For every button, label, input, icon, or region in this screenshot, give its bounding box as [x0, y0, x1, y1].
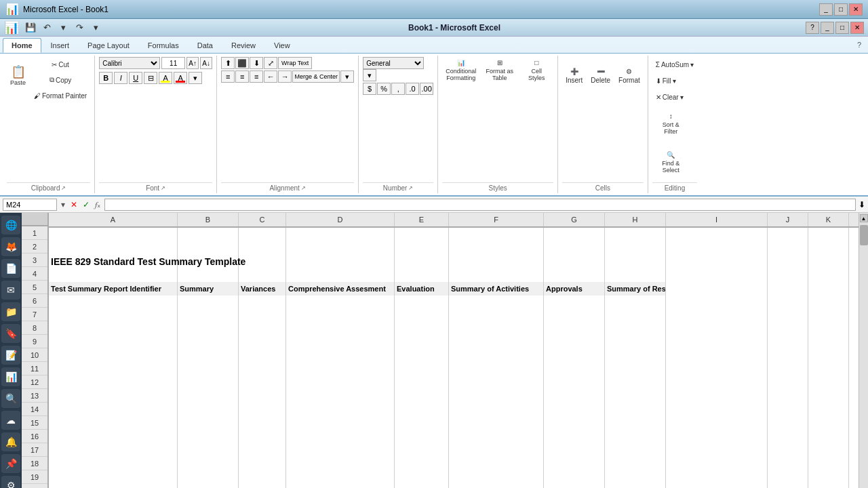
- cell-i9[interactable]: [666, 336, 768, 350]
- row-number-15[interactable]: 15: [22, 416, 47, 430]
- cell-b17[interactable]: [178, 445, 239, 458]
- cell-d11[interactable]: [286, 363, 395, 377]
- col-header-h[interactable]: H: [605, 213, 666, 226]
- cell-h5[interactable]: Summary of Results: [605, 282, 666, 296]
- cell-e19[interactable]: [395, 472, 449, 485]
- cell-g5[interactable]: Approvals: [544, 282, 605, 296]
- cell-b18[interactable]: [178, 458, 239, 472]
- cell-k4[interactable]: [808, 268, 849, 282]
- cell-c2[interactable]: [239, 241, 286, 255]
- cell-l5[interactable]: [849, 282, 859, 296]
- cell-b6[interactable]: [178, 296, 239, 309]
- row-number-18[interactable]: 18: [22, 457, 47, 470]
- cell-h14[interactable]: [605, 404, 666, 418]
- align-left-button[interactable]: ≡: [221, 70, 235, 83]
- cell-g16[interactable]: [544, 431, 605, 445]
- sidebar-icon-6[interactable]: 🔖: [1, 324, 20, 343]
- cell-a6[interactable]: [49, 296, 178, 309]
- cell-c10[interactable]: [239, 350, 286, 363]
- sidebar-icon-4[interactable]: ✉: [1, 281, 20, 300]
- cell-e13[interactable]: [395, 390, 449, 404]
- cell-d20[interactable]: [286, 485, 395, 488]
- col-header-i[interactable]: I: [666, 213, 768, 226]
- cell-b7[interactable]: [178, 309, 239, 323]
- row-number-7[interactable]: 7: [22, 308, 47, 321]
- cell-h16[interactable]: [605, 431, 666, 445]
- decrease-font-button[interactable]: A↓: [200, 57, 212, 69]
- row-number-6[interactable]: 6: [22, 294, 47, 308]
- cell-d9[interactable]: [286, 336, 395, 350]
- cell-k3[interactable]: [808, 255, 849, 268]
- cell-g12[interactable]: [544, 377, 605, 390]
- col-header-b[interactable]: B: [178, 213, 239, 226]
- cell-c5[interactable]: Variances: [239, 282, 286, 296]
- cell-a19[interactable]: [49, 472, 178, 485]
- cell-h19[interactable]: [605, 472, 666, 485]
- cell-e3[interactable]: [395, 255, 449, 268]
- conditional-formatting-button[interactable]: 📊 Conditional Formatting: [442, 57, 479, 83]
- cell-i19[interactable]: [666, 472, 768, 485]
- cell-reference-box[interactable]: [3, 199, 57, 211]
- undo-dropdown[interactable]: ▾: [56, 21, 71, 35]
- row-number-17[interactable]: 17: [22, 443, 47, 457]
- cell-c9[interactable]: [239, 336, 286, 350]
- tab-data[interactable]: Data: [189, 38, 222, 53]
- percent-button[interactable]: %: [377, 83, 391, 95]
- cell-f2[interactable]: [449, 241, 544, 255]
- cell-g19[interactable]: [544, 472, 605, 485]
- cell-b19[interactable]: [178, 472, 239, 485]
- cell-d13[interactable]: [286, 390, 395, 404]
- cell-a5[interactable]: Test Summary Report Identifier: [49, 282, 178, 296]
- cell-b15[interactable]: [178, 418, 239, 431]
- sidebar-icon-1[interactable]: 🌐: [1, 216, 20, 235]
- cell-h10[interactable]: [605, 350, 666, 363]
- scroll-thumb[interactable]: [860, 225, 868, 245]
- cell-d3[interactable]: [286, 255, 395, 268]
- clear-button[interactable]: ✕ Clear▾: [652, 89, 687, 104]
- cell-k13[interactable]: [808, 390, 849, 404]
- clipboard-expand-icon[interactable]: ↗: [61, 185, 66, 191]
- cell-i15[interactable]: [666, 418, 768, 431]
- cell-l7[interactable]: [849, 309, 859, 323]
- cell-j1[interactable]: [768, 228, 808, 241]
- cell-e2[interactable]: [395, 241, 449, 255]
- cell-c6[interactable]: [239, 296, 286, 309]
- cell-c8[interactable]: [239, 323, 286, 336]
- format-button[interactable]: ⚙ Format: [615, 57, 644, 95]
- name-box-dropdown[interactable]: ▾: [60, 200, 66, 209]
- sidebar-icon-3[interactable]: 📄: [1, 259, 20, 278]
- cell-i5[interactable]: [666, 282, 768, 296]
- cell-i2[interactable]: [666, 241, 768, 255]
- cell-c12[interactable]: [239, 377, 286, 390]
- row-number-4[interactable]: 4: [22, 267, 47, 281]
- align-center-button[interactable]: ≡: [235, 70, 249, 83]
- cell-i1[interactable]: [666, 228, 768, 241]
- cell-h1[interactable]: [605, 228, 666, 241]
- cell-e18[interactable]: [395, 458, 449, 472]
- fill-color-button[interactable]: A: [159, 72, 172, 84]
- cell-k12[interactable]: [808, 377, 849, 390]
- orientation-button[interactable]: ⤢: [264, 57, 277, 69]
- ribbon-minimize-button[interactable]: ?: [806, 22, 819, 34]
- cell-h2[interactable]: [605, 241, 666, 255]
- find-select-button[interactable]: 🔍 Find & Select: [652, 143, 690, 181]
- decrease-decimal-button[interactable]: .00: [420, 83, 433, 95]
- cell-e9[interactable]: [395, 336, 449, 350]
- cell-i18[interactable]: [666, 458, 768, 472]
- cell-e17[interactable]: [395, 445, 449, 458]
- cell-g17[interactable]: [544, 445, 605, 458]
- cell-c18[interactable]: [239, 458, 286, 472]
- cell-h13[interactable]: [605, 390, 666, 404]
- cell-a10[interactable]: [49, 350, 178, 363]
- autosum-button[interactable]: Σ AutoSum▾: [652, 57, 697, 72]
- cell-k9[interactable]: [808, 336, 849, 350]
- cell-f12[interactable]: [449, 377, 544, 390]
- cell-i7[interactable]: [666, 309, 768, 323]
- cell-l20[interactable]: [849, 485, 859, 488]
- title-bar-controls[interactable]: _ □ ✕: [819, 3, 863, 16]
- comma-button[interactable]: ,: [391, 83, 405, 95]
- cell-k15[interactable]: [808, 418, 849, 431]
- cell-k16[interactable]: [808, 431, 849, 445]
- cell-j11[interactable]: [768, 363, 808, 377]
- align-middle-button[interactable]: ⬛: [235, 57, 249, 69]
